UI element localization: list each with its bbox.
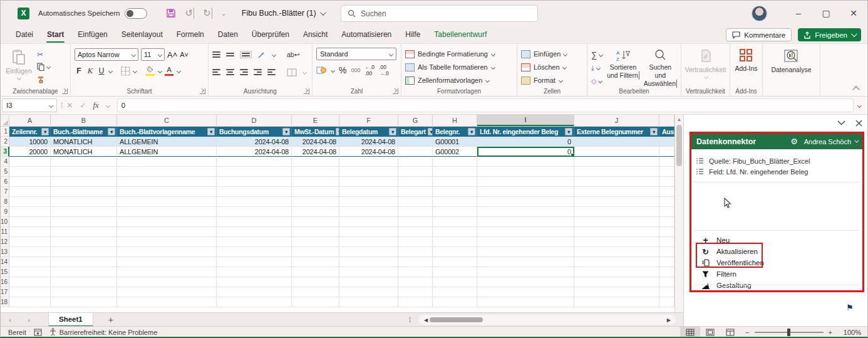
vertical-scroll-thumb[interactable]	[676, 125, 682, 166]
share-button[interactable]: Freigeben	[798, 28, 861, 41]
sort-filter-button[interactable]: AZ Sortieren und Filtern	[606, 48, 639, 80]
cell-F7[interactable]	[339, 187, 398, 197]
cell-J14[interactable]	[574, 257, 659, 267]
cell-G14[interactable]	[398, 257, 433, 267]
cell-H16[interactable]	[433, 277, 477, 287]
cell-A17[interactable]	[9, 287, 51, 297]
cell-C3[interactable]: ALLGEMEIN	[117, 147, 217, 157]
cell-H13[interactable]	[433, 247, 477, 257]
cell-K11[interactable]	[659, 227, 674, 237]
cell-I7[interactable]	[477, 187, 574, 197]
cell-B9[interactable]	[51, 207, 117, 217]
paste-button[interactable]: Einfügen	[4, 48, 33, 80]
cell-F2[interactable]: 2024-04-08	[339, 137, 398, 147]
borders-button[interactable]	[121, 66, 130, 76]
cell-D2[interactable]: 2024-04-08	[217, 137, 292, 147]
cell-B17[interactable]	[51, 287, 117, 297]
cell-A16[interactable]	[9, 277, 51, 287]
cell-B18[interactable]	[51, 297, 117, 307]
zoom-thumb[interactable]	[787, 329, 790, 336]
delete-cells-button[interactable]: Löschen	[521, 61, 566, 73]
alignment-dialog-launcher[interactable]	[304, 88, 309, 94]
addins-button[interactable]: Add-Ins	[734, 48, 758, 72]
percent-style-button[interactable]: %	[339, 65, 346, 75]
cell-D15[interactable]	[217, 267, 292, 277]
cell-G5[interactable]	[398, 167, 433, 177]
cell-G11[interactable]	[398, 227, 433, 237]
cell-H17[interactable]	[433, 287, 477, 297]
cell-D8[interactable]	[217, 197, 292, 207]
menu-tab-formeln[interactable]: Formeln	[170, 28, 210, 41]
align-top-button[interactable]	[212, 51, 220, 58]
format-as-table-button[interactable]: Als Tabelle formatieren	[405, 61, 495, 73]
font-color-dropdown[interactable]	[177, 68, 181, 73]
cell-E14[interactable]	[292, 257, 339, 267]
cell-C10[interactable]	[117, 217, 217, 227]
cell-I12[interactable]	[477, 237, 574, 247]
cell-A1[interactable]: Zeilennr.▾	[9, 127, 51, 137]
cell-D16[interactable]	[217, 277, 292, 287]
cell-D7[interactable]	[217, 187, 292, 197]
cell-E2[interactable]: 2024-04-08	[292, 137, 339, 147]
number-dialog-launcher[interactable]	[393, 88, 398, 94]
cell-I2[interactable]: 0	[477, 137, 574, 147]
cell-H1[interactable]: Belegnr.▾	[433, 127, 477, 137]
cell-G1[interactable]: Belegart▾	[398, 127, 433, 137]
cell-E6[interactable]	[292, 177, 339, 187]
cell-styles-button[interactable]: Zellenformatvorlagen	[405, 75, 489, 86]
action-filter[interactable]: Filtern	[691, 268, 862, 280]
row-number-10[interactable]: 10	[1, 217, 9, 227]
cell-F4[interactable]	[339, 157, 398, 167]
align-middle-button[interactable]	[226, 53, 234, 56]
cell-G2[interactable]	[398, 137, 433, 147]
cell-E8[interactable]	[292, 197, 339, 207]
cell-J9[interactable]	[574, 207, 659, 217]
cell-D6[interactable]	[217, 177, 292, 187]
row-number-15[interactable]: 15	[1, 267, 9, 277]
cell-H15[interactable]	[433, 267, 477, 277]
column-header-G[interactable]: G	[398, 115, 433, 126]
filter-icon[interactable]: ▾	[650, 128, 658, 135]
cell-I8[interactable]	[477, 197, 574, 207]
accounting-dropdown[interactable]	[331, 68, 335, 72]
cell-K16[interactable]	[659, 277, 674, 287]
cell-C4[interactable]	[117, 157, 217, 167]
fx-dropdown[interactable]	[106, 103, 110, 107]
decrease-decimal-button[interactable]: .00→.0	[379, 64, 389, 77]
cell-I13[interactable]	[477, 247, 574, 257]
row-number-16[interactable]: 16	[1, 277, 9, 287]
cell-E3[interactable]: 2024-04-08	[292, 147, 339, 157]
cell-I18[interactable]	[477, 297, 574, 307]
cell-D18[interactable]	[217, 297, 292, 307]
cell-I6[interactable]	[477, 177, 574, 187]
cell-A11[interactable]	[9, 227, 51, 237]
cell-K12[interactable]	[659, 237, 674, 247]
excel-logo-icon[interactable]: X	[18, 8, 29, 19]
page-break-view-button[interactable]	[720, 327, 740, 337]
cell-F5[interactable]	[339, 167, 398, 177]
cell-A6[interactable]	[9, 177, 51, 187]
cell-H12[interactable]	[433, 237, 477, 247]
cell-A15[interactable]	[9, 267, 51, 277]
increase-indent-button[interactable]	[267, 69, 276, 75]
cell-E10[interactable]	[292, 217, 339, 227]
redo-icon[interactable]: ↻	[203, 8, 212, 19]
cell-C1[interactable]: Buch.-Blattvorlagenname▾	[117, 127, 217, 137]
row-number-2[interactable]: 2	[1, 137, 9, 147]
row-number-9[interactable]: 9	[1, 207, 9, 217]
cell-J6[interactable]	[574, 177, 659, 187]
column-header-C[interactable]: C	[117, 115, 217, 126]
cell-E18[interactable]	[292, 297, 339, 307]
cell-C6[interactable]	[117, 177, 217, 187]
cell-G17[interactable]	[398, 287, 433, 297]
accessibility-status[interactable]: Barrierefreiheit: Keine Probleme	[49, 328, 158, 336]
filter-icon[interactable]: ▾	[389, 128, 396, 135]
cell-C15[interactable]	[117, 267, 217, 277]
cell-I11[interactable]	[477, 227, 574, 237]
cell-J2[interactable]	[574, 137, 659, 147]
cell-F14[interactable]	[339, 257, 398, 267]
action-new[interactable]: + Neu	[691, 235, 862, 246]
connector-user[interactable]: Andrea Schöch	[804, 138, 857, 145]
cell-B10[interactable]	[51, 217, 117, 227]
cell-A18[interactable]	[9, 297, 51, 307]
